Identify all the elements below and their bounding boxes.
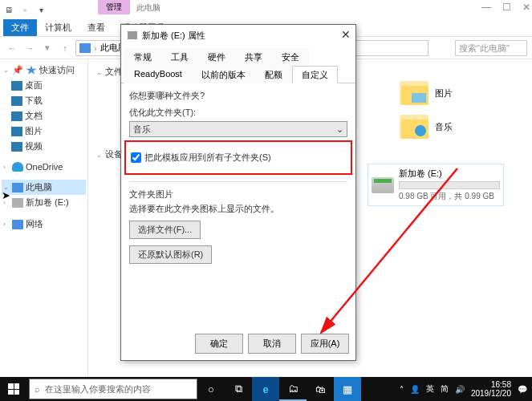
tab-quota[interactable]: 配额 — [255, 66, 292, 83]
apply-button[interactable]: 应用(A) — [301, 334, 349, 354]
sidebar-onedrive[interactable]: ›OneDrive — [2, 160, 86, 173]
tab-general[interactable]: 常规 — [124, 48, 161, 66]
people-icon[interactable]: 👤 — [410, 385, 420, 394]
back-button[interactable]: ← — [5, 41, 19, 55]
sidebar: ⌄📌快速访问 桌面 下载 文档 图片 视频 ›OneDrive ⌄此电脑 ›新加… — [0, 59, 88, 385]
ribbon-view[interactable]: 查看 — [79, 19, 113, 36]
app-icon[interactable]: ▦ — [334, 377, 361, 401]
sidebar-item-label: 下载 — [25, 95, 43, 107]
dialog-body: 你想要哪种文件夹? 优化此文件夹(T): 音乐 ⌄ 把此模板应用到所有子文件夹(… — [121, 83, 355, 327]
tab-sharing[interactable]: 共享 — [235, 48, 272, 66]
edge-icon[interactable]: e — [252, 377, 279, 401]
tab-hardware[interactable]: 硬件 — [198, 48, 235, 66]
restore-icon-button[interactable]: 还原默认图标(R) — [129, 245, 212, 264]
tab-custom[interactable]: 自定义 — [292, 66, 338, 83]
cancel-button[interactable]: 取消 — [248, 334, 296, 354]
dialog-title: 新加卷 (E:) 属性 — [142, 30, 205, 42]
store-icon[interactable]: 🛍 — [307, 377, 334, 401]
properties-dialog: 新加卷 (E:) 属性 ✕ 常规 工具 硬件 共享 安全 ReadyBoost … — [120, 24, 356, 361]
ribbon-computer[interactable]: 计算机 — [37, 19, 79, 36]
taskbar: ⌕ 在这里输入你要搜索的内容 ○ ⧉ e 🗂 🛍 ▦ ˄ 👤 英 简 🔊 16:… — [0, 377, 532, 401]
close-icon[interactable]: ✕ — [341, 28, 351, 41]
pc-icon: 🖥 — [3, 4, 14, 15]
minimize-button[interactable]: — — [481, 2, 491, 13]
dialog-buttons: 确定 取消 应用(A) — [121, 327, 355, 360]
volume-icon[interactable]: 🔊 — [455, 385, 465, 394]
checkbox-label: 把此模板应用到所有子文件夹(S) — [144, 152, 271, 164]
folder-pictures[interactable]: 图片 — [400, 81, 470, 105]
sidebar-documents[interactable]: 文档 — [2, 108, 86, 124]
clock[interactable]: 16:58 2019/12/20 — [471, 380, 511, 398]
sidebar-network[interactable]: ›网络 — [2, 217, 86, 232]
desktop-icon — [11, 81, 22, 91]
up-button[interactable]: ↑ — [58, 41, 72, 55]
forward-button[interactable]: → — [22, 41, 37, 55]
icon-section-label: 文件夹图片 — [129, 188, 347, 200]
combo-value: 音乐 — [133, 124, 151, 136]
tab-previous[interactable]: 以前的版本 — [192, 66, 255, 83]
tab-readyboost[interactable]: ReadyBoost — [124, 66, 192, 83]
sidebar-pictures[interactable]: 图片 — [2, 124, 86, 139]
sidebar-videos[interactable]: 视频 — [2, 139, 86, 154]
folder-icon — [400, 115, 428, 139]
ime-mode[interactable]: 简 — [441, 383, 449, 395]
folder-icon — [400, 81, 428, 105]
file-tab[interactable]: 文件 — [3, 19, 37, 36]
tray-up-icon[interactable]: ˄ — [400, 385, 404, 394]
folder-music[interactable]: 音乐 — [400, 115, 470, 139]
qat-icon[interactable]: ▾ — [35, 4, 47, 15]
sidebar-item-label: 网络 — [26, 218, 43, 230]
sidebar-thispc[interactable]: ⌄此电脑 — [2, 180, 86, 195]
drive-item[interactable]: 新加卷 (E:) 0.98 GB 可用，共 0.99 GB — [368, 164, 504, 206]
ok-button[interactable]: 确定 — [195, 334, 243, 354]
drive-space-bar — [399, 181, 500, 189]
close-button[interactable]: ✕ — [522, 2, 530, 13]
explorer-icon[interactable]: 🗂 — [279, 377, 307, 401]
highlight-box: 把此模板应用到所有子文件夹(S) — [124, 140, 352, 175]
system-tray: ˄ 👤 英 简 🔊 16:58 2019/12/20 💬 — [400, 380, 532, 398]
taskbar-search[interactable]: ⌕ 在这里输入你要搜索的内容 — [29, 379, 197, 399]
recent-dropdown[interactable]: ▾ — [40, 41, 55, 55]
sidebar-item-label: OneDrive — [26, 162, 63, 172]
pc-icon — [12, 183, 23, 192]
dialog-tabs: 常规 工具 硬件 共享 安全 ReadyBoost 以前的版本 配额 自定义 — [121, 47, 355, 83]
search-placeholder: 在这里输入你要搜索的内容 — [45, 383, 151, 395]
sidebar-downloads[interactable]: 下载 — [2, 93, 86, 108]
start-button[interactable] — [0, 377, 27, 401]
qat-icon[interactable]: ▫ — [19, 4, 30, 15]
drive-icon — [128, 31, 137, 39]
pin-icon: 📌 — [12, 65, 23, 75]
ime-lang[interactable]: 英 — [426, 383, 434, 395]
tab-security[interactable]: 安全 — [272, 48, 309, 66]
notification-icon[interactable]: 💬 — [518, 385, 527, 394]
sidebar-newvol[interactable]: ›新加卷 (E:) — [2, 195, 86, 210]
prompt-text: 你想要哪种文件夹? — [129, 90, 347, 102]
pc-icon — [79, 43, 91, 53]
document-icon — [11, 111, 22, 121]
download-icon — [11, 96, 22, 106]
contextual-tab-manage[interactable]: 管理 — [98, 0, 130, 14]
sidebar-item-label: 文档 — [25, 110, 43, 122]
search-input[interactable]: 搜索"此电脑" — [455, 40, 527, 56]
apply-template-checkbox[interactable] — [131, 152, 141, 163]
time-text: 16:58 — [471, 380, 511, 389]
optimize-label: 优化此文件夹(T): — [129, 107, 347, 119]
taskview-icon[interactable]: ⧉ — [225, 377, 252, 401]
sidebar-item-label: 新加卷 (E:) — [26, 196, 69, 209]
cortana-icon[interactable]: ○ — [197, 377, 225, 401]
windows-icon — [8, 383, 19, 395]
optimize-combo[interactable]: 音乐 ⌄ — [129, 121, 347, 137]
maximize-button[interactable]: ☐ — [502, 2, 511, 13]
sidebar-item-label: 图片 — [25, 125, 43, 137]
sidebar-desktop[interactable]: 桌面 — [2, 78, 86, 93]
choose-file-button[interactable]: 选择文件(F)... — [129, 221, 201, 239]
tab-tools[interactable]: 工具 — [161, 48, 198, 66]
sidebar-quick-access[interactable]: ⌄📌快速访问 — [2, 63, 86, 78]
drive-name: 新加卷 (E:) — [399, 168, 500, 180]
chevron-right-icon[interactable]: › — [94, 43, 97, 53]
dialog-titlebar[interactable]: 新加卷 (E:) 属性 ✕ — [121, 25, 355, 46]
search-icon: ⌕ — [35, 384, 40, 394]
drive-usage: 0.98 GB 可用，共 0.99 GB — [399, 191, 500, 202]
sidebar-item-label: 桌面 — [25, 79, 43, 91]
search-placeholder: 搜索"此电脑" — [459, 43, 510, 55]
